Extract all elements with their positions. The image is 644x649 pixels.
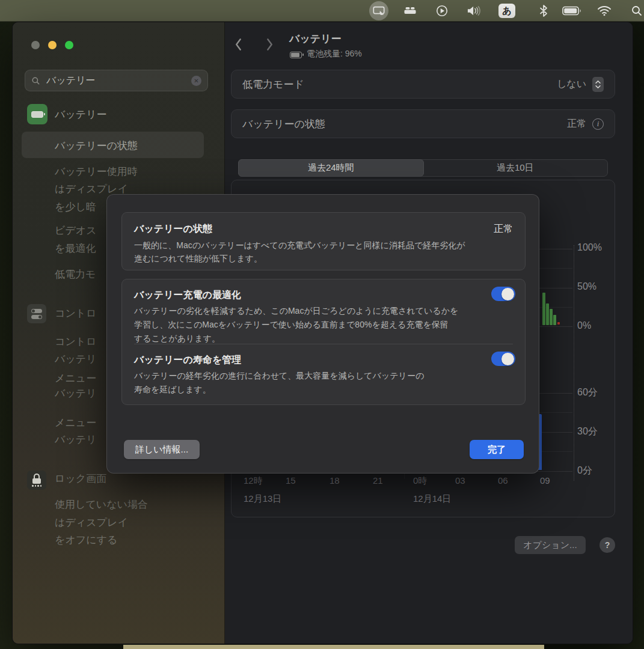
- search-result-line[interactable]: バッテリ: [55, 386, 97, 400]
- low-power-mode-popup[interactable]: [592, 77, 604, 92]
- ytick-100pct: 100%: [577, 242, 602, 253]
- ytick-0min: 0分: [577, 465, 592, 477]
- battery-level-bar: [542, 293, 545, 325]
- background-window-strip: [123, 645, 544, 649]
- sidebar-selected-label: バッテリーの状態: [55, 139, 138, 153]
- xtick-hour: 18: [330, 475, 340, 486]
- ytick-30min: 30分: [577, 425, 598, 438]
- battery-health-row: バッテリーの状態 正常 i: [231, 109, 615, 138]
- more-info-button[interactable]: 詳しい情報...: [124, 440, 200, 459]
- battery-icon[interactable]: [562, 3, 583, 19]
- help-button[interactable]: ?: [600, 537, 615, 553]
- search-result-line[interactable]: 低電力モ: [55, 267, 96, 281]
- control-center-icon: [27, 304, 46, 323]
- xtick-hour: 0時: [413, 475, 427, 487]
- date-label: 12月14日: [413, 493, 451, 505]
- back-button[interactable]: [232, 37, 245, 52]
- low-power-mode-value: しない: [557, 78, 586, 91]
- screen-mirroring-icon: [372, 4, 385, 17]
- search-result-line[interactable]: ビデオス: [55, 224, 97, 237]
- xtick-hour: 12時: [244, 475, 263, 487]
- search-result-line[interactable]: ロック画面: [55, 472, 106, 486]
- xtick-hour: 15: [286, 475, 296, 486]
- divider: [134, 344, 513, 344]
- ytick-0pct: 0%: [577, 320, 591, 331]
- optimized-charging-toggle[interactable]: [491, 287, 515, 301]
- bluetooth-icon[interactable]: [536, 3, 551, 19]
- chart-y-axis: [574, 245, 574, 481]
- search-result-line[interactable]: はディスプレイ: [55, 516, 128, 529]
- health-summary-card: バッテリーの状態 正常 一般的に、Macのバッテリーはすべての充電式バッテリーと…: [121, 212, 526, 270]
- search-result-line[interactable]: コントロ: [55, 335, 97, 349]
- xtick-hour: 21: [373, 475, 383, 486]
- search-input[interactable]: [45, 75, 191, 87]
- tab-last-24-hours[interactable]: 過去24時間: [238, 159, 424, 177]
- search-result-line[interactable]: バッテリ: [55, 433, 97, 446]
- battery-health-label: バッテリーの状態: [242, 117, 567, 131]
- battery-health-dialog: バッテリーの状態 正常 一般的に、Macのバッテリーはすべての充電式バッテリーと…: [106, 194, 539, 474]
- spotlight-search-icon[interactable]: [629, 3, 644, 19]
- dialog-health-desc: 進むにつれて性能が低下します。: [134, 254, 262, 264]
- sidebar-item-battery[interactable]: バッテリー: [55, 108, 107, 121]
- xtick-hour: 06: [498, 475, 508, 486]
- search-result-line[interactable]: コントロ: [55, 306, 97, 320]
- optimized-charging-desc: することがあります。: [134, 334, 220, 344]
- optimized-charging-desc: バッテリーの劣化を軽減するため、このMacが日ごろどのように充電されているかを: [134, 306, 458, 317]
- search-result-line[interactable]: メニュー: [55, 416, 96, 430]
- battery-level-bar: [553, 315, 556, 325]
- menu-bar: あ: [0, 0, 644, 22]
- charging-marker: [557, 322, 560, 324]
- battery-level-bar: [550, 309, 553, 325]
- battery-status-text: 電池残量: 96%: [307, 49, 362, 59]
- ytick-60min: 60分: [577, 386, 598, 399]
- xtick-hour: 09: [540, 475, 550, 486]
- battery-level-bar: [546, 303, 549, 325]
- manage-longevity-desc: バッテリーの経年劣化の進行に合わせて、最大容量を減らしてバッテリーの: [134, 371, 424, 382]
- dialog-health-title: バッテリーの状態: [134, 223, 212, 236]
- page-title: バッテリー: [289, 32, 342, 46]
- manage-longevity-toggle[interactable]: [491, 352, 515, 366]
- manage-longevity-title: バッテリーの寿命を管理: [134, 354, 241, 367]
- search-result-line[interactable]: 使用していない場合: [55, 498, 148, 511]
- battery-app-icon[interactable]: [27, 104, 48, 124]
- done-button[interactable]: 完了: [470, 440, 524, 459]
- lock-icon: [27, 471, 46, 490]
- search-result-line[interactable]: メニュー: [55, 371, 96, 385]
- active-menu-extra-highlight[interactable]: [369, 1, 388, 20]
- ytick-50pct: 50%: [577, 281, 596, 292]
- search-result-line[interactable]: をオフにする: [55, 533, 117, 547]
- dialog-health-value: 正常: [494, 223, 513, 236]
- minimize-button[interactable]: [48, 41, 57, 49]
- options-button[interactable]: オプション...: [515, 536, 586, 554]
- tab-last-10-days[interactable]: 過去10日: [423, 160, 608, 176]
- low-power-mode-row: 低電力モード しない: [231, 70, 615, 99]
- date-label: 12月13日: [244, 493, 281, 505]
- search-result-line[interactable]: バッテリー使用時: [55, 165, 138, 178]
- optimized-charging-desc: 学習し、次にこのMacをバッテリーで使い始める直前まで80%を超える充電を保留: [134, 320, 449, 331]
- wifi-icon[interactable]: [596, 3, 612, 19]
- search-result-line[interactable]: を少し暗: [55, 200, 96, 214]
- dialog-health-desc: 一般的に、Macのバッテリーはすべての充電式バッテリーと同様に消耗品で経年劣化が: [134, 240, 465, 251]
- sidebar-search-field[interactable]: ✕: [25, 70, 208, 91]
- xtick-hour: 03: [455, 475, 465, 486]
- optimized-charging-title: バッテリー充電の最適化: [134, 289, 241, 302]
- low-power-mode-label: 低電力モード: [242, 78, 557, 91]
- bed-icon[interactable]: [402, 3, 418, 19]
- time-range-segmented-control: 過去24時間 過去10日: [238, 159, 608, 177]
- manage-longevity-desc: 寿命を延ばします。: [134, 385, 211, 395]
- battery-level-icon: [290, 52, 302, 58]
- play-icon[interactable]: [434, 3, 450, 19]
- close-button[interactable]: [31, 41, 40, 49]
- info-icon[interactable]: i: [592, 118, 604, 130]
- battery-health-value: 正常: [567, 118, 586, 130]
- search-result-line[interactable]: を最適化: [55, 242, 96, 255]
- search-icon: [31, 76, 40, 85]
- input-source-badge[interactable]: あ: [498, 4, 515, 18]
- charging-options-card: バッテリー充電の最適化 バッテリーの劣化を軽減するため、このMacが日ごろどのよ…: [121, 279, 526, 405]
- forward-button[interactable]: [263, 37, 276, 52]
- search-result-line[interactable]: バッテリ: [55, 352, 97, 366]
- zoom-button[interactable]: [65, 41, 73, 49]
- volume-icon[interactable]: [466, 3, 482, 19]
- clear-search-icon[interactable]: ✕: [191, 76, 201, 86]
